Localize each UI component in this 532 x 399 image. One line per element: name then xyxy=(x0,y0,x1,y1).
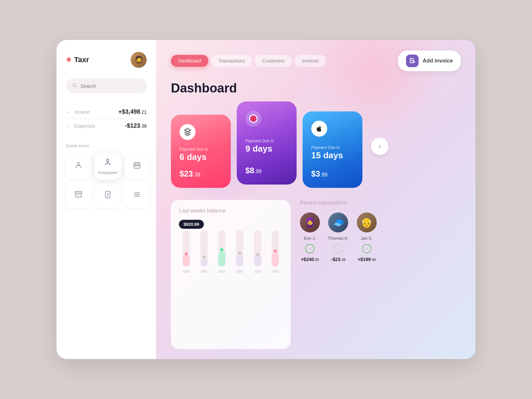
direction-jan: → xyxy=(362,244,371,253)
avatar-jan: 👴 xyxy=(357,212,377,232)
calendar-icon xyxy=(133,161,141,171)
search-input[interactable] xyxy=(80,83,141,89)
card-3-days: 15 days xyxy=(311,150,354,161)
card-3-amount: $3.99 xyxy=(311,169,354,179)
tab-customers[interactable]: Customers xyxy=(255,55,292,67)
bar-label-26w-1: 26w xyxy=(236,269,243,273)
card-2-logo xyxy=(245,111,261,127)
app-container: ✳ Taxr 🧔 → Income +$3,498.21 xyxy=(57,40,475,359)
employees-icon xyxy=(103,158,112,169)
employees-label: Employees xyxy=(98,171,117,175)
person-icon xyxy=(74,161,82,171)
card-3-logo xyxy=(311,121,327,137)
page-title: Dashboard xyxy=(171,81,461,95)
transactions-title: Recent transactions xyxy=(300,200,461,206)
name-thomas: Thomas K. xyxy=(328,236,349,241)
search-box[interactable] xyxy=(66,78,147,93)
amount-eve: +$240.00 xyxy=(301,257,319,262)
bar-label-24w: 24w xyxy=(200,269,207,273)
transaction-thomas: 🧢 Thomas K. ← -$23.38 xyxy=(328,212,349,262)
add-invoice-icon xyxy=(406,55,419,67)
expenses-label: ← Expenses xyxy=(66,123,95,129)
transaction-eve: 🧕 Eve J. → +$240.00 xyxy=(300,212,320,262)
svg-line-1 xyxy=(75,86,77,87)
avatar-thomas: 🧢 xyxy=(328,212,348,232)
menu-item-person[interactable] xyxy=(66,154,91,179)
svg-rect-5 xyxy=(134,163,140,168)
main-area: Dashboard Transactions Customers Invoice… xyxy=(156,40,475,359)
svg-rect-13 xyxy=(105,191,110,198)
chart-price-badge: $820.99 xyxy=(179,220,204,229)
payment-card-1[interactable]: Payment Due In 6 days $23.38 xyxy=(171,115,231,188)
avatar[interactable]: 🧔 xyxy=(131,52,147,68)
tab-invoices[interactable]: Invoices xyxy=(295,55,326,67)
name-jan: Jan K. xyxy=(360,236,373,241)
bar-26w-1: 26w xyxy=(232,230,247,273)
chart-bars: 23w 24w xyxy=(179,233,283,273)
bar-23w: 23w xyxy=(179,230,194,273)
card-3-due-label: Payment Due In xyxy=(311,145,354,151)
bar-label-23w: 23w xyxy=(183,269,190,273)
archive-icon xyxy=(74,191,82,200)
income-row: → Income +$3,498.21 xyxy=(66,105,147,119)
income-label: → Income xyxy=(66,109,90,115)
bar-label-26w-2: 26w xyxy=(272,269,279,273)
sidebar: ✳ Taxr 🧔 → Income +$3,498.21 xyxy=(57,40,156,359)
add-invoice-button[interactable]: Add invoice xyxy=(398,51,461,71)
svg-point-26 xyxy=(252,118,255,120)
card-2-amount: $8.99 xyxy=(245,166,288,175)
finance-section: → Income +$3,498.21 ← Expenses -$123.38 xyxy=(66,105,147,133)
transaction-list: 🧕 Eve J. → +$240.00 🧢 Thomas K. xyxy=(300,212,461,262)
amount-jan: +$199.99 xyxy=(358,257,376,262)
avatar-eve: 🧕 xyxy=(300,212,320,232)
direction-eve: → xyxy=(305,244,315,253)
menu-item-employees[interactable]: Employees xyxy=(94,153,121,180)
card-2-days: 9 days xyxy=(245,144,288,154)
svg-rect-11 xyxy=(75,192,82,193)
amount-thomas: -$23.38 xyxy=(331,257,345,262)
chart-section: Last weeks balance $820.99 23w xyxy=(171,200,291,349)
transaction-jan: 👴 Jan K. → +$199.99 xyxy=(357,212,377,262)
card-2-info: Payment Due In 9 days xyxy=(245,139,288,154)
expenses-value: -$123.38 xyxy=(125,122,147,129)
menu-item-list[interactable] xyxy=(124,183,150,208)
doc-icon xyxy=(104,191,112,200)
bar-label-25w-1: 25w xyxy=(218,269,225,273)
menu-item-doc[interactable] xyxy=(95,183,120,208)
card-1-info: Payment Due In 6 days xyxy=(180,147,222,163)
income-arrow-icon: → xyxy=(66,109,71,115)
svg-rect-9 xyxy=(135,165,136,166)
bottom-row: Last weeks balance $820.99 23w xyxy=(171,200,461,349)
direction-thomas: ← xyxy=(333,244,343,253)
card-1-logo xyxy=(180,124,196,140)
payment-card-2[interactable]: Payment Due In 9 days $8.99 xyxy=(237,101,297,185)
quick-menu-title: Quick menu xyxy=(66,143,147,148)
card-1-amount: $23.38 xyxy=(180,169,222,179)
menu-item-calendar[interactable] xyxy=(124,154,150,179)
svg-point-3 xyxy=(106,159,109,161)
transactions-section: Recent transactions 🧕 Eve J. → +$240.00 xyxy=(300,200,461,349)
expenses-arrow-icon: ← xyxy=(66,123,71,129)
main-inner: Dashboard Transactions Customers Invoice… xyxy=(156,40,475,359)
bar-label-25w-2: 25w xyxy=(254,269,261,273)
card-1-days: 6 days xyxy=(180,152,222,162)
expenses-row: ← Expenses -$123.38 xyxy=(66,119,147,133)
dashboard-content: Dashboard Payment Due In xyxy=(156,78,475,359)
logo: ✳ Taxr xyxy=(66,56,89,64)
sidebar-header: ✳ Taxr 🧔 xyxy=(66,52,147,68)
name-eve: Eve J. xyxy=(304,236,316,241)
chart-title: Last weeks balance xyxy=(179,208,283,214)
payment-cards-row: Payment Due In 6 days $23.38 xyxy=(171,105,461,188)
next-button[interactable]: › xyxy=(371,138,388,155)
menu-item-archive[interactable] xyxy=(66,183,91,208)
payment-card-3[interactable]: Payment Due In 15 days $3.99 xyxy=(303,111,362,188)
bar-25w-2: 25w xyxy=(250,230,265,273)
tab-dashboard[interactable]: Dashboard xyxy=(171,55,208,67)
add-invoice-label: Add invoice xyxy=(423,58,453,64)
bar-25w-1: 25w xyxy=(214,230,229,273)
bar-26w-2: 26w xyxy=(268,230,283,273)
list-icon xyxy=(133,191,141,200)
tab-transactions[interactable]: Transactions xyxy=(211,55,252,67)
bar-24w: 24w xyxy=(197,230,211,273)
top-nav: Dashboard Transactions Customers Invoice… xyxy=(156,40,475,78)
